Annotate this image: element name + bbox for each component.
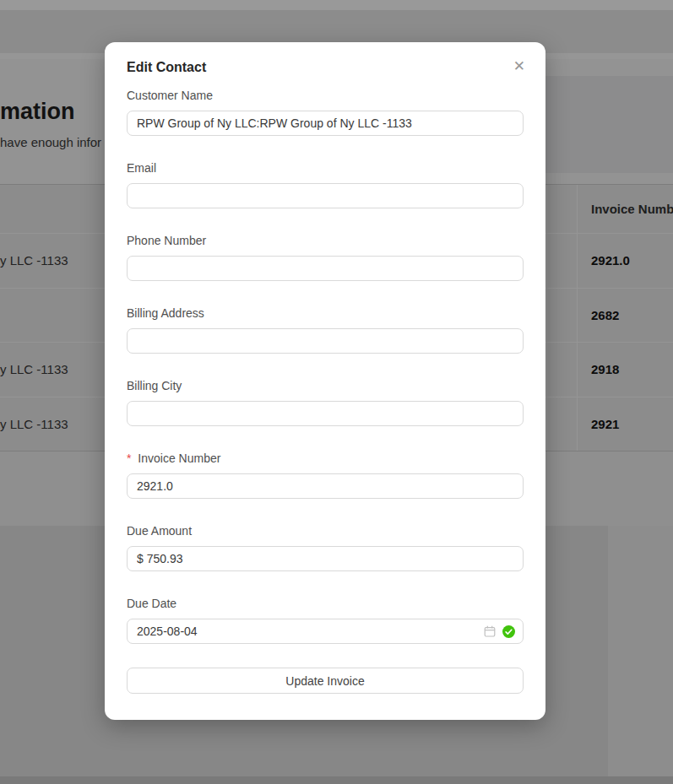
field-label: Billing City — [127, 379, 182, 392]
update-invoice-button[interactable]: Update Invoice — [127, 668, 524, 694]
customer-name-input[interactable] — [127, 111, 524, 136]
field-label: Phone Number — [127, 234, 206, 247]
field-label: Invoice Number — [138, 451, 220, 465]
required-asterisk: * — [127, 451, 131, 465]
form-field: Email — [127, 160, 524, 208]
billing-city-input[interactable] — [127, 401, 524, 426]
form-field: * Invoice Number — [127, 450, 524, 499]
field-label: Billing Address — [127, 306, 204, 320]
close-icon[interactable]: ✕ — [510, 56, 529, 77]
calendar-icon[interactable] — [484, 625, 496, 637]
form-field: Billing City — [127, 377, 524, 426]
field-label: Email — [127, 161, 156, 175]
field-label: Due Date — [127, 597, 176, 610]
modal-fields: Customer Name Email Phone Number Billi — [127, 87, 524, 644]
due-amount-input[interactable] — [127, 546, 524, 571]
edit-contact-modal: Edit Contact ✕ Customer Name Email Phone… — [105, 42, 545, 720]
form-field: Phone Number — [127, 232, 524, 281]
form-field: Customer Name — [127, 87, 524, 136]
billing-address-input[interactable] — [127, 328, 524, 354]
invoice-number-input[interactable] — [127, 473, 524, 499]
phone-number-input[interactable] — [127, 256, 524, 281]
form-field: Due Date — [127, 595, 524, 644]
screen: mation have enough infor Invoice Number … — [0, 0, 673, 784]
field-label: Customer Name — [127, 89, 213, 102]
field-label: Due Amount — [127, 524, 192, 538]
success-check-icon — [502, 625, 515, 638]
due-date-input[interactable] — [127, 619, 524, 644]
form-field: Due Amount — [127, 522, 524, 571]
form-field: Billing Address — [127, 305, 524, 354]
input-suffix — [484, 619, 515, 644]
email-input[interactable] — [127, 183, 524, 208]
modal-title: Edit Contact — [127, 59, 524, 76]
